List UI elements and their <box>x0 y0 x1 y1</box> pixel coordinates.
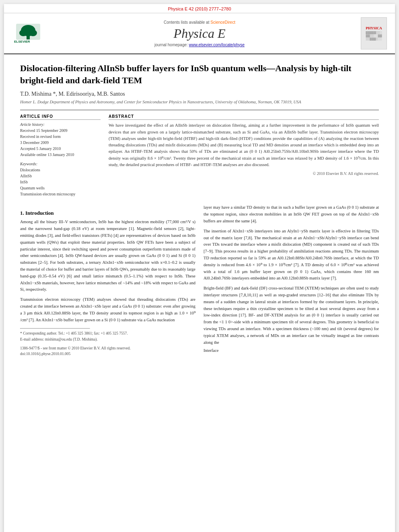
journal-title: Physica E <box>52 26 347 41</box>
article-title: Dislocation-filtering AlInSb buffer laye… <box>20 62 379 86</box>
journal-header: ELSEVIER Contents lists available at Sci… <box>4 13 395 54</box>
available-date: Available online 13 January 2010 <box>20 152 101 158</box>
keyword-1: Dislocations <box>20 167 101 173</box>
journal-info-center: Contents lists available at ScienceDirec… <box>52 20 347 47</box>
abstract-label: ABSTRACT <box>109 114 379 120</box>
keyword-5: Transmission electron microscopy <box>20 191 101 197</box>
article-page: Physica E 42 (2010) 2777–2780 ELSEVIER C… <box>4 4 395 532</box>
revised-label: Received in revised form <box>20 134 101 140</box>
section1-right-para2: The insertion of AlxIn1−xSb interlayers … <box>204 228 379 282</box>
history-label: Article history: <box>20 122 101 127</box>
received-date-2: 3 December 2009 <box>20 140 101 146</box>
accepted-date: Accepted 5 January 2010 <box>20 146 101 152</box>
section1-para1: Among all the binary III–V semiconductor… <box>20 219 195 293</box>
main-left-column: 1. Introduction Among all the binary III… <box>20 204 195 357</box>
article-info-label: ARTICLE INFO <box>20 114 101 120</box>
article-info-column: ARTICLE INFO Article history: Received 1… <box>20 114 101 197</box>
footnote-divider <box>20 328 90 329</box>
copyright-line: © 2010 Elsevier B.V. All rights reserved… <box>109 171 379 176</box>
main-body-section: 1. Introduction Among all the binary III… <box>20 204 379 357</box>
section1-para2: Transmission electron microscopy (TEM) a… <box>20 296 195 323</box>
doi-line: doi:10.1016/j.physe.2010.01.005 <box>20 351 195 357</box>
section1-right-para1: layer may have a similar TD density to t… <box>204 204 379 224</box>
citation-text: Physica E 42 (2010) 2777–2780 <box>168 6 231 11</box>
journal-homepage-line: journal homepage: www.elsevier.com/locat… <box>52 43 347 47</box>
abstract-column: ABSTRACT We have investigated the effect… <box>109 114 379 197</box>
svg-point-4 <box>29 30 37 36</box>
footnote-1: * Corresponding author. Tel.: +1 405 325… <box>20 331 195 336</box>
svg-text:ELSEVIER: ELSEVIER <box>14 40 30 43</box>
interface-text: Interface <box>204 347 379 354</box>
journal-cover-area: PHYSICA ▓▓▓▓▓▒▒░▓▓▒▒░░▓▓▒▒▓▓▓▒░░ <box>351 17 387 49</box>
elsevier-logo-icon: ELSEVIER <box>12 22 44 44</box>
section1-right-para3: Bright-field (BF) and dark-field (DF) cr… <box>204 285 379 346</box>
homepage-url[interactable]: www.elsevier.com/locate/physe <box>189 43 245 47</box>
footnote-2: E-mail address: mishima@ou.edu (T.D. Mis… <box>20 337 195 342</box>
keywords-label: Keywords: <box>20 162 101 166</box>
citation-bar: Physica E 42 (2010) 2777–2780 <box>4 4 395 13</box>
article-affiliation: Homer L. Dodge Department of Physics and… <box>20 100 379 104</box>
article-body: Dislocation-filtering AlInSb buffer laye… <box>4 54 395 365</box>
received-date-1: Received 15 September 2009 <box>20 127 101 134</box>
keyword-4: Quantum wells <box>20 185 101 191</box>
main-right-column: layer may have a similar TD density to t… <box>204 204 379 357</box>
section1-heading: 1. Introduction <box>20 210 195 216</box>
contents-available-line: Contents lists available at ScienceDirec… <box>52 20 347 25</box>
physica-cover-image: PHYSICA ▓▓▓▓▓▒▒░▓▓▒▒░░▓▓▒▒▓▓▓▒░░ <box>361 17 387 49</box>
sciencedirect-link[interactable]: ScienceDirect <box>210 20 235 25</box>
article-authors: T.D. Mishima *, M. Edirisooriya, M.B. Sa… <box>20 91 379 97</box>
header-divider <box>20 110 379 110</box>
info-abstract-section: ARTICLE INFO Article history: Received 1… <box>20 114 379 197</box>
svg-point-3 <box>19 30 27 36</box>
abstract-text: We have investigated the effect of an Al… <box>109 122 379 168</box>
issn-line: 1386-9477/$ - see front matter © 2010 El… <box>20 345 195 351</box>
keyword-2: AlInSb <box>20 173 101 179</box>
keyword-3: InSb <box>20 179 101 185</box>
elsevier-logo-area: ELSEVIER <box>12 22 48 45</box>
